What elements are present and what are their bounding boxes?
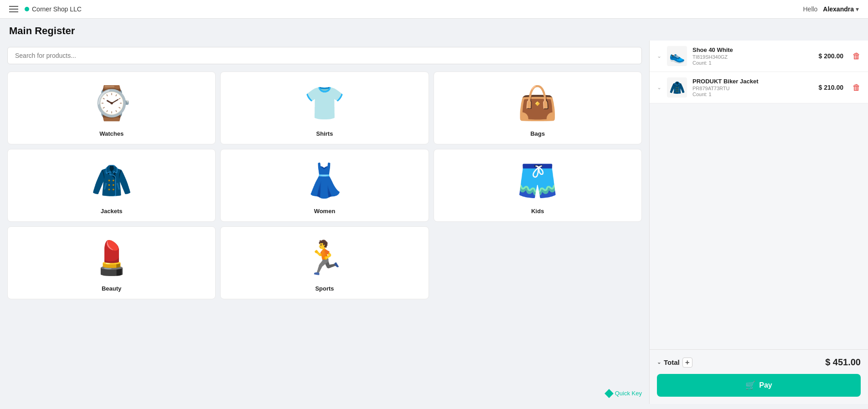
cart-item-info-biker-jacket: PRODUKT Biker Jacket PR879AT73RTU Count:… [692,78,813,97]
header: Corner Shop LLC Hello Alexandra ▾ [0,0,868,19]
store-name: Corner Shop LLC [32,5,82,13]
category-image-beauty: 💄 [89,235,134,281]
category-image-shirts: 👕 [302,80,347,126]
category-emoji-women: 👗 [304,164,345,197]
add-discount-button[interactable]: + [682,358,692,368]
category-emoji-sports: 🏃 [304,241,345,274]
cart-item-chevron-biker-jacket[interactable]: ⌄ [657,84,661,91]
category-emoji-jackets: 🧥 [91,164,132,197]
greeting-prefix: Hello [803,5,818,13]
category-image-watches: ⌚ [89,80,134,126]
category-card-beauty[interactable]: 💄 Beauty [7,226,216,299]
cart-total-row: ⌄ Total + $ 451.00 [657,357,861,368]
hamburger-menu[interactable] [9,6,18,12]
main-layout: ⌚ Watches 👕 Shirts 👜 Bags 🧥 Jackets 👗 Wo… [0,41,868,404]
cart-item-image-shoe-40-white: 👟 [667,46,687,66]
user-greeting: Hello Alexandra ▾ [803,5,859,13]
cart-item-biker-jacket: ⌄ 🧥 PRODUKT Biker Jacket PR879AT73RTU Co… [650,72,868,103]
category-emoji-shirts: 👕 [304,87,345,119]
category-card-watches[interactable]: ⌚ Watches [7,72,216,144]
cart-total-label: ⌄ Total + [657,358,692,368]
cart-item-delete-biker-jacket[interactable]: 🗑 [852,83,861,92]
cart-item-emoji-biker-jacket: 🧥 [669,80,685,95]
category-label-watches: Watches [99,130,124,137]
category-emoji-kids: 🩳 [517,164,558,197]
cart-item-name-biker-jacket: PRODUKT Biker Jacket [692,78,813,85]
total-chevron[interactable]: ⌄ [657,359,661,365]
page-title-bar: Main Register [0,19,868,41]
cart-item-emoji-shoe-40-white: 👟 [669,49,685,64]
diamond-icon [604,389,614,398]
category-image-jackets: 🧥 [89,158,134,203]
category-label-sports: Sports [315,285,334,292]
cart-item-sku-biker-jacket: PR879AT73RTU [692,86,813,91]
category-image-bags: 👜 [515,80,560,126]
cart-total-amount: $ 451.00 [825,357,861,368]
category-label-kids: Kids [531,208,544,215]
category-emoji-watches: ⌚ [91,87,132,119]
category-card-sports[interactable]: 🏃 Sports [220,226,429,299]
user-menu-chevron[interactable]: ▾ [856,5,859,13]
pay-label: Pay [759,381,772,389]
category-label-jackets: Jackets [101,208,123,215]
cart-item-image-biker-jacket: 🧥 [667,77,687,97]
cart-items-list: ⌄ 👟 Shoe 40 White TI819SH340GZ Count: 1 … [650,41,868,349]
header-left: Corner Shop LLC [9,5,82,13]
store-status-dot [25,7,29,11]
category-card-women[interactable]: 👗 Women [220,149,429,222]
category-label-beauty: Beauty [102,285,121,292]
category-image-sports: 🏃 [302,235,347,281]
category-card-bags[interactable]: 👜 Bags [434,72,642,144]
cart-item-price-biker-jacket: $ 210.00 [819,84,844,91]
quick-key-label: Quick Key [615,390,642,397]
cart-item-info-shoe-40-white: Shoe 40 White TI819SH340GZ Count: 1 [692,46,813,66]
cart-footer: ⌄ Total + $ 451.00 🛒 Pay [650,349,868,404]
search-input[interactable] [7,47,642,64]
cart-item-count-shoe-40-white: Count: 1 [692,60,813,66]
user-name: Alexandra [823,5,854,13]
category-grid: ⌚ Watches 👕 Shirts 👜 Bags 🧥 Jackets 👗 Wo… [7,72,642,299]
left-panel: ⌚ Watches 👕 Shirts 👜 Bags 🧥 Jackets 👗 Wo… [0,41,649,404]
quick-key-button[interactable]: Quick Key [606,390,642,397]
cart-item-delete-shoe-40-white[interactable]: 🗑 [852,51,861,61]
category-emoji-beauty: 💄 [91,241,132,274]
pay-button[interactable]: 🛒 Pay [657,374,861,397]
cart-item-chevron-shoe-40-white[interactable]: ⌄ [657,53,661,59]
category-label-women: Women [314,208,336,215]
cart-item-count-biker-jacket: Count: 1 [692,92,813,97]
cart-item-price-shoe-40-white: $ 200.00 [819,52,844,60]
category-label-shirts: Shirts [316,130,333,137]
category-emoji-bags: 👜 [517,87,558,119]
cart-item-sku-shoe-40-white: TI819SH340GZ [692,54,813,60]
category-image-women: 👗 [302,158,347,203]
category-image-kids: 🩳 [515,158,560,203]
cart-icon: 🛒 [745,380,755,390]
total-text: Total [664,358,680,366]
store-indicator: Corner Shop LLC [25,5,82,13]
right-panel: ⌄ 👟 Shoe 40 White TI819SH340GZ Count: 1 … [649,41,868,404]
category-label-bags: Bags [530,130,545,137]
category-card-jackets[interactable]: 🧥 Jackets [7,149,216,222]
category-card-shirts[interactable]: 👕 Shirts [220,72,429,144]
page-title: Main Register [9,25,859,37]
category-card-kids[interactable]: 🩳 Kids [434,149,642,222]
cart-item-name-shoe-40-white: Shoe 40 White [692,46,813,53]
cart-item-shoe-40-white: ⌄ 👟 Shoe 40 White TI819SH340GZ Count: 1 … [650,41,868,72]
